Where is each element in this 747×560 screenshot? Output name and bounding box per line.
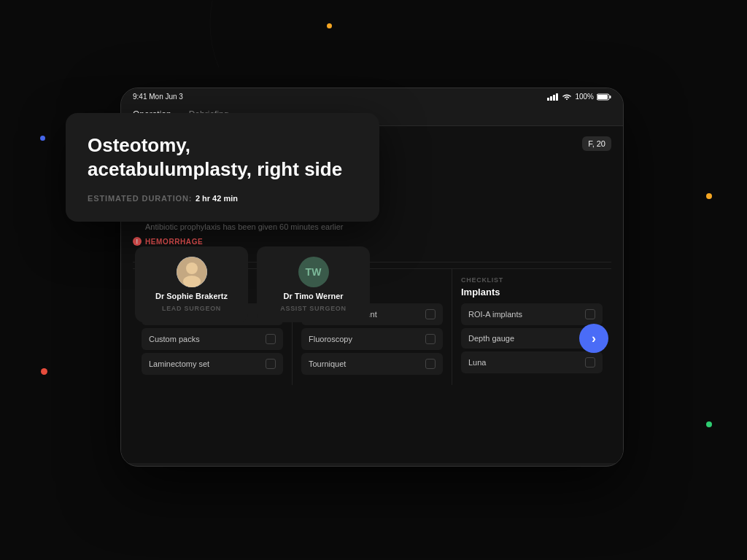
bg-dot-2 <box>40 136 45 141</box>
checkbox-custompacks[interactable] <box>266 334 276 344</box>
surgeon-name-timo: Dr Timo Werner <box>283 292 343 300</box>
surgeon-card-assist: TW Dr Timo Werner ASSIST SURGEON <box>257 246 370 322</box>
svg-rect-8 <box>550 96 552 101</box>
bg-dot-4 <box>706 193 712 199</box>
surgeon-avatar-sophie <box>177 257 207 287</box>
surgeon-photo-sophie <box>177 257 207 287</box>
checkbox-laminectomy[interactable] <box>266 359 276 369</box>
surgeon-name-sophie: Dr Sophie Brakertz <box>155 292 228 300</box>
surgeon-avatar-timo: TW <box>298 257 329 287</box>
checkbox-luna[interactable] <box>585 357 595 368</box>
checklist-item-roia[interactable]: ROI-A implants <box>461 303 603 325</box>
status-bar: 9:41 Mon Jun 3 100% <box>121 88 623 105</box>
svg-rect-13 <box>597 95 608 99</box>
checkbox-tourniquet[interactable] <box>425 359 436 369</box>
duration-label: ESTIMATED DURATION: <box>88 194 192 203</box>
surgeons-row: Dr Sophie Brakertz LEAD SURGEON TW Dr Ti… <box>135 246 370 322</box>
duration-value: 2 hr 42 min <box>196 194 238 203</box>
checklist-item-depthgauge[interactable]: Depth gauge › <box>461 328 603 349</box>
signal-icon <box>547 93 559 101</box>
fab-next-button[interactable]: › <box>579 324 608 353</box>
risk-icon-hemorrhage: ! <box>133 237 142 246</box>
checkbox-traction[interactable] <box>425 309 436 319</box>
surgeon-role-timo: ASSIST SURGEON <box>280 305 347 312</box>
svg-rect-9 <box>553 95 555 101</box>
surgeon-role-sophie: LEAD SURGEON <box>162 305 221 312</box>
risk-title-hemorrhage: ! HEMORRHAGE <box>133 237 611 246</box>
operation-title: Osteotomy, acetabulumplasty, right side <box>88 133 357 181</box>
bg-dot-1 <box>327 23 332 28</box>
svg-rect-10 <box>556 93 558 101</box>
battery-icon <box>597 93 611 101</box>
bg-dot-5 <box>706 421 712 427</box>
svg-rect-7 <box>547 98 549 101</box>
fab-arrow-icon: › <box>592 331 596 346</box>
battery-text: 100% <box>575 93 594 101</box>
duration-row: ESTIMATED DURATION: 2 hr 42 min <box>88 191 357 204</box>
checklist-implants-title: Implants <box>461 287 603 298</box>
checklist-implants: CHECKLIST Implants ROI-A implants Depth … <box>452 269 611 385</box>
bg-dot-3 <box>41 368 47 375</box>
checklist-implants-label: CHECKLIST <box>461 276 603 284</box>
checkbox-roia[interactable] <box>585 309 595 319</box>
checklist-item-tourniquet[interactable]: Tourniquet <box>301 353 443 375</box>
status-time: 9:41 Mon Jun 3 <box>133 93 183 101</box>
svg-rect-12 <box>610 96 611 98</box>
status-right: 100% <box>547 93 611 101</box>
checkbox-fluoroscopy[interactable] <box>425 334 436 344</box>
surgeon-card-lead: Dr Sophie Brakertz LEAD SURGEON <box>135 246 248 322</box>
operation-card: Osteotomy, acetabulumplasty, right side … <box>66 113 379 222</box>
checklist-item-laminectomy[interactable]: Laminectomy set <box>142 353 283 375</box>
svg-point-16 <box>183 276 201 287</box>
checklist-item-custompacks[interactable]: Custom packs <box>142 328 283 350</box>
svg-point-15 <box>186 262 198 274</box>
wifi-icon <box>562 93 572 101</box>
risk-desc-femoral: Antibiotic prophylaxis has been given 60… <box>145 222 611 231</box>
patient-badge: F, 20 <box>582 136 611 151</box>
checklist-item-luna[interactable]: Luna <box>461 351 603 373</box>
checklist-item-fluoroscopy[interactable]: Fluoroscopy <box>301 328 443 350</box>
